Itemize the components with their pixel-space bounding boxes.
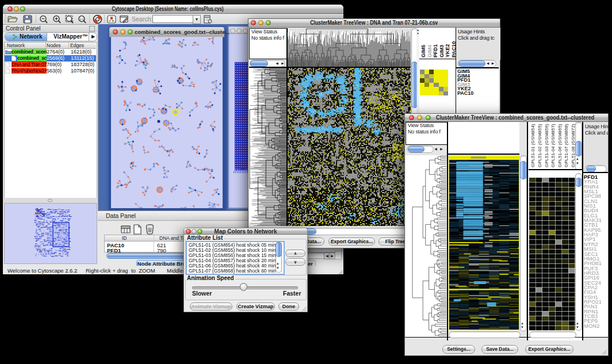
svg-text:1:1: 1:1 — [79, 17, 84, 21]
